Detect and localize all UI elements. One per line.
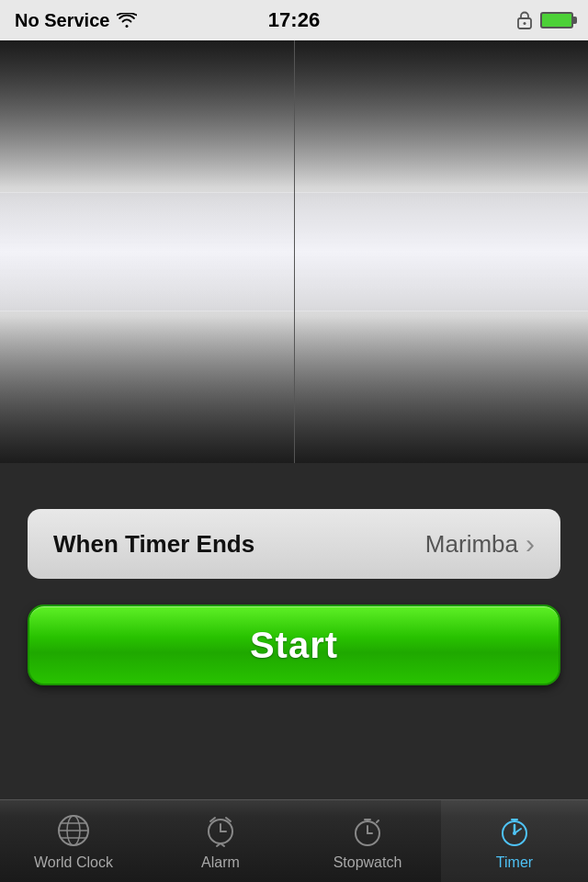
stopwatch-tab-label: Stopwatch <box>334 854 402 871</box>
lock-icon <box>516 11 533 29</box>
hours-picker[interactable]: 3 4 0 hours 1 2 <box>0 40 295 463</box>
world-clock-tab-label: World Clock <box>34 854 113 871</box>
svg-point-25 <box>513 831 516 835</box>
picker-container[interactable]: 3 4 0 hours 1 2 3 4 5 mins 6 7 <box>0 40 588 463</box>
timer-ends-label: When Timer Ends <box>53 530 254 559</box>
world-clock-icon <box>55 812 92 849</box>
timer-ends-row[interactable]: When Timer Ends Marimba › <box>28 509 560 579</box>
carrier-text: No Service <box>15 10 109 31</box>
tab-world-clock[interactable]: World Clock <box>0 800 147 882</box>
main-content: 3 4 0 hours 1 2 3 4 5 mins 6 7 When Time… <box>0 40 588 840</box>
timer-ends-value: Marimba › <box>425 528 535 560</box>
wifi-icon <box>117 13 137 28</box>
battery-icon <box>540 12 573 28</box>
tab-alarm[interactable]: Alarm <box>147 800 294 882</box>
svg-line-19 <box>377 820 379 822</box>
alarm-tab-label: Alarm <box>201 854 240 871</box>
status-right <box>516 11 573 29</box>
tab-stopwatch[interactable]: Stopwatch <box>294 800 441 882</box>
svg-point-1 <box>524 22 526 25</box>
status-bar: No Service 17:26 <box>0 0 588 40</box>
stopwatch-icon <box>349 812 386 849</box>
status-left: No Service <box>15 10 137 31</box>
timer-icon <box>496 812 533 849</box>
tab-bar: World Clock Alarm <box>0 799 588 882</box>
start-button[interactable]: Start <box>28 605 560 685</box>
status-time: 17:26 <box>268 8 320 32</box>
timer-tab-label: Timer <box>496 854 533 871</box>
marimba-label: Marimba <box>425 530 518 559</box>
alarm-icon <box>202 812 239 849</box>
chevron-right-icon: › <box>526 528 535 560</box>
tab-timer[interactable]: Timer <box>441 800 588 882</box>
minutes-picker[interactable]: 3 4 5 mins 6 7 <box>295 40 589 463</box>
start-label: Start <box>250 625 338 666</box>
